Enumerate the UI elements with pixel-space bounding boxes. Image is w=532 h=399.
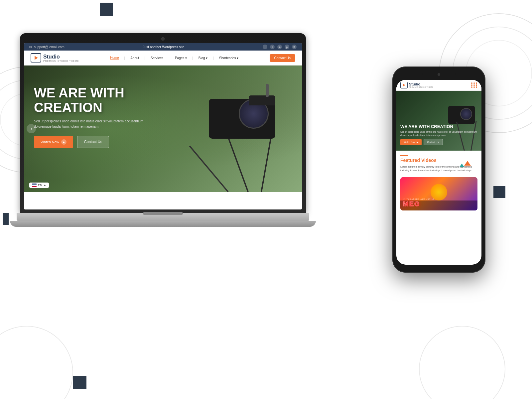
laptop-top: ✉ support@.email.com Just another Wordpr… <box>20 33 306 213</box>
logo-subtitle: PREMIUM STUDIO THEME <box>43 60 79 62</box>
phone-featured-body: Lorem Ipsum is simply dummy text of the … <box>400 165 477 173</box>
watch-now-label: Watch Now <box>41 140 59 144</box>
hero-prev-arrow[interactable]: ‹ <box>27 124 36 133</box>
nav-sep-3: | <box>169 56 170 60</box>
hero-title-line2: CREATION <box>34 100 187 115</box>
phone-hero-subtitle: Sed ut perspiciatis unde omnis iste natu… <box>400 130 477 137</box>
phone-camera <box>438 73 440 76</box>
bg-circle-8 <box>419 326 505 399</box>
dot-2 <box>473 82 475 84</box>
phone-logo: Studio PREMIUM STUDIO THEME <box>400 82 433 88</box>
instagram-icon[interactable]: in <box>277 45 282 49</box>
movie-title: MEG <box>403 200 435 208</box>
hero-content: WE ARE WITH CREATION Sed ut perspiciatis… <box>34 85 187 148</box>
nav-services[interactable]: Services <box>151 56 163 60</box>
topbar-social: f t in p ▶ <box>263 45 297 49</box>
lang-chevron: ▲ <box>44 184 47 187</box>
facebook-icon[interactable]: f <box>263 45 267 49</box>
hero-title: WE ARE WITH CREATION <box>34 85 187 115</box>
hero-buttons: Watch Now ▶ Contact Us <box>34 136 187 148</box>
phone-watch-label: Watch Now <box>404 141 416 143</box>
dot-3 <box>476 82 477 84</box>
camera-mic <box>266 84 269 97</box>
phone-watch-button[interactable]: Watch Now ▶ <box>400 139 422 145</box>
laptop-base <box>17 213 309 221</box>
phone-device: Studio PREMIUM STUDIO THEME <box>392 66 485 273</box>
nav-cta-button[interactable]: Contact Us <box>270 54 295 62</box>
watch-play-icon: ▶ <box>61 139 66 145</box>
phone-frame: Studio PREMIUM STUDIO THEME <box>392 66 485 273</box>
nav-blog[interactable]: Blog ▾ <box>199 56 208 60</box>
nav-sep-4: | <box>192 56 193 60</box>
phone-contact-button[interactable]: Contact Us! <box>424 139 443 145</box>
site-logo: Studio PREMIUM STUDIO THEME <box>31 53 79 63</box>
dot-6 <box>476 84 477 86</box>
language-label: EN <box>38 184 42 187</box>
phone-movie-text: IN THEATERS AUGUST 10 MEG <box>403 198 435 208</box>
hero-section: WE ARE WITH CREATION Sed ut perspiciatis… <box>24 66 302 192</box>
nav-sep-1: | <box>124 56 125 60</box>
laptop-frame: ✉ support@.email.com Just another Wordpr… <box>20 33 306 239</box>
dot-9 <box>476 86 477 88</box>
nav-about[interactable]: About <box>130 56 139 60</box>
camera-top <box>249 95 275 105</box>
laptop-screen: ✉ support@.email.com Just another Wordpr… <box>24 43 302 209</box>
flag-icon <box>32 184 37 187</box>
movie-tag: IN THEATERS AUGUST 10 <box>403 198 435 200</box>
featured-title-end: Videos <box>421 158 437 163</box>
dot-4 <box>471 84 472 86</box>
contact-us-button[interactable]: Contact Us <box>77 136 109 148</box>
tripod-leg-far <box>189 146 229 192</box>
nav-sep-5: | <box>213 56 214 60</box>
phone-hero: WE ARE WITH CREATION Sed ut perspiciatis… <box>396 91 481 151</box>
language-badge[interactable]: EN ▲ <box>29 183 49 188</box>
phone-movie-card[interactable]: IN THEATERS AUGUST 10 MEG <box>400 177 477 210</box>
phone-logo-icon <box>400 82 408 88</box>
nav-shortcodes[interactable]: Shortcodes ▾ <box>219 56 238 60</box>
phone-menu-dots[interactable] <box>471 82 477 88</box>
bg-circle-7 <box>0 326 73 399</box>
logo-name: Studio <box>43 54 79 60</box>
decorative-square-mid-left <box>3 213 9 225</box>
phone-hero-title: WE ARE WITH CREATION <box>400 124 477 129</box>
phone-logo-subtitle: PREMIUM STUDIO THEME <box>409 86 433 88</box>
phone-logo-play-icon <box>403 84 405 86</box>
nav-pages[interactable]: Pages ▾ <box>175 56 187 60</box>
phone-watch-icon: ▶ <box>417 141 418 144</box>
featured-title-start: Featured <box>400 158 421 163</box>
nav-links: Home | About | Services | Pages ▾ | Blog… <box>110 56 239 60</box>
hero-subtitle: Sed ut perspiciatis unde omnis iste natu… <box>34 119 160 129</box>
nav-sep-2: | <box>144 56 145 60</box>
decorative-square-bottom <box>73 376 86 389</box>
dot-5 <box>473 84 475 86</box>
phone-hero-content: WE ARE WITH CREATION Sed ut perspiciatis… <box>400 124 477 145</box>
laptop-bottom <box>10 221 316 227</box>
youtube-icon[interactable]: ▶ <box>292 45 297 49</box>
laptop-device: ✉ support@.email.com Just another Wordpr… <box>20 33 319 266</box>
dot-8 <box>473 86 475 88</box>
phone-featured-section: Featured Videos Lorem Ipsum is simply du… <box>396 151 481 177</box>
logo-play-icon <box>35 56 38 60</box>
decorative-square-mid-right <box>493 186 505 198</box>
email-icon: ✉ <box>29 45 32 49</box>
watch-now-button[interactable]: Watch Now ▶ <box>34 136 73 148</box>
topbar-left: ✉ support@.email.com <box>29 45 65 49</box>
featured-triangle-2 <box>460 164 464 167</box>
phone-screen: Studio PREMIUM STUDIO THEME <box>396 80 481 265</box>
phone-logo-name: Studio <box>409 82 433 86</box>
dot-7 <box>471 86 472 88</box>
logo-text-group: Studio PREMIUM STUDIO THEME <box>43 54 79 62</box>
dot-1 <box>471 82 472 84</box>
site-navbar: Studio PREMIUM STUDIO THEME Home | About… <box>24 51 302 66</box>
nav-home[interactable]: Home <box>110 56 119 60</box>
phone-hero-buttons: Watch Now ▶ Contact Us! <box>400 139 477 145</box>
phone-notch <box>422 70 456 78</box>
decorative-square-top <box>100 3 113 16</box>
site-topbar: ✉ support@.email.com Just another Wordpr… <box>24 43 302 51</box>
featured-triangle-1 <box>464 161 471 166</box>
laptop-camera <box>161 37 165 41</box>
pinterest-icon[interactable]: p <box>285 45 289 49</box>
phone-navbar: Studio PREMIUM STUDIO THEME <box>396 80 481 91</box>
twitter-icon[interactable]: t <box>270 45 275 49</box>
phone-logo-text-group: Studio PREMIUM STUDIO THEME <box>409 82 433 88</box>
